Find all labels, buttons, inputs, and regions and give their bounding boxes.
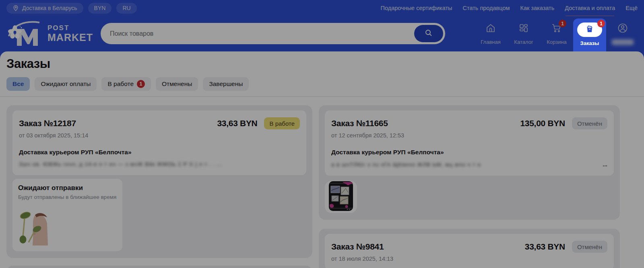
shipment-pending-card[interactable]: Ожидают отправки Будут отправлены в ближ… bbox=[12, 179, 122, 251]
delivery-location-chip[interactable]: Доставка в Беларусь bbox=[6, 3, 83, 14]
order-address-row: Зшч ов. ЮВЖь гкчл, д 14-е п т нч — з мчЖ… bbox=[19, 161, 300, 167]
tab-cancelled[interactable]: Отменены bbox=[156, 77, 198, 91]
order-card-next-left[interactable] bbox=[6, 266, 312, 268]
nav-item-catalog[interactable]: Каталог bbox=[507, 16, 540, 51]
logo-line2: MARKET bbox=[47, 33, 93, 43]
order-card-9841[interactable]: Заказ №9841 33,63 BYN Отменён от 18 июля… bbox=[319, 229, 620, 268]
tab-in-progress-label: В работе bbox=[107, 80, 134, 88]
link-delivery-payment[interactable]: Доставка и оплата bbox=[565, 5, 615, 11]
order-filter-tabs: Все Ожидают оплаты В работе 1 Отменены З… bbox=[6, 77, 638, 91]
order-status-badge: Отменён bbox=[572, 241, 607, 253]
order-number: Заказ №9841 bbox=[331, 242, 384, 252]
currency-chip[interactable]: BYN bbox=[88, 3, 112, 14]
product-thumbnail-poster[interactable] bbox=[325, 181, 357, 213]
order-address-blurred: Зшч ов. ЮВЖь гкчл, д 14-е п т нч — з мчЖ… bbox=[19, 161, 223, 167]
nav-home-label: Главная bbox=[481, 39, 500, 45]
orders-icon-pill: 1 bbox=[577, 23, 602, 37]
nav-item-cart[interactable]: 1 Корзина bbox=[540, 16, 573, 51]
nav-item-profile[interactable] bbox=[606, 16, 639, 51]
profile-name-blurred bbox=[612, 39, 634, 45]
order-9841-summary: Заказ №9841 33,63 BYN Отменён от 18 июля… bbox=[325, 234, 614, 268]
tab-in-progress-badge: 1 bbox=[137, 80, 145, 88]
order-11665-summary: Заказ №11665 135,00 BYN Отменён от 12 се… bbox=[325, 110, 614, 176]
nav-orders-label: Заказы bbox=[580, 40, 599, 46]
topbar-links: Подарочные сертификаты Стать продавцом К… bbox=[381, 5, 638, 11]
postmarket-logo-text: POST MARKET bbox=[47, 25, 93, 43]
order-date: от 03 октября 2025, 15:14 bbox=[19, 132, 300, 139]
logo-line1: POST bbox=[47, 25, 93, 31]
order-address-blurred: а в шчТЛЮг х пз чГА ЩКянчо ЖЛВ ЬМ, мц жп… bbox=[331, 162, 481, 168]
product-image-jade-roller[interactable] bbox=[18, 210, 50, 245]
orders-box-icon bbox=[585, 25, 594, 35]
delivery-location-label: Доставка в Беларусь bbox=[22, 5, 77, 11]
profile-icon bbox=[617, 23, 628, 35]
order-price: 135,00 BYN bbox=[520, 119, 565, 128]
order-status-badge: Отменён bbox=[572, 117, 607, 129]
search-button[interactable] bbox=[414, 25, 443, 42]
header-nav: Главная Каталог bbox=[474, 16, 639, 51]
shipment-subtitle: Будут отправлены в ближайшее время bbox=[18, 194, 117, 200]
postmarket-orders-screen: Доставка в Беларусь BYN RU Подарочные се… bbox=[0, 0, 644, 268]
order-address-ellipsis: ... bbox=[603, 161, 607, 168]
product-image-art-collage bbox=[328, 181, 354, 213]
order-date: от 18 июля 2025, 14:13 bbox=[331, 256, 607, 262]
search-input[interactable] bbox=[101, 23, 445, 44]
order-price: 33,63 BYN bbox=[217, 119, 257, 128]
search-bar bbox=[101, 23, 445, 44]
home-icon bbox=[485, 23, 496, 35]
link-become-seller[interactable]: Стать продавцом bbox=[463, 5, 510, 11]
order-12187-summary: Заказ №12187 33,63 BYN В работе от 03 ок… bbox=[12, 110, 306, 175]
nav-cart-label: Корзина bbox=[547, 39, 567, 45]
postmarket-logo-icon bbox=[8, 20, 43, 47]
nav-item-orders[interactable]: 1 Заказы bbox=[573, 18, 606, 51]
order-card-12187[interactable]: Заказ №12187 33,63 BYN В работе от 03 ок… bbox=[6, 105, 312, 258]
topbar: Доставка в Беларусь BYN RU Подарочные се… bbox=[0, 0, 644, 16]
tabs-divider bbox=[0, 96, 644, 97]
link-how-to-order[interactable]: Как заказать bbox=[520, 5, 554, 11]
orders-grid: Заказ №12187 33,63 BYN В работе от 03 ок… bbox=[6, 105, 638, 268]
cart-badge: 1 bbox=[559, 20, 566, 27]
nav-item-home[interactable]: Главная bbox=[474, 16, 507, 51]
order-card-11665[interactable]: Заказ №11665 135,00 BYN Отменён от 12 се… bbox=[319, 105, 620, 220]
location-pin-icon bbox=[12, 5, 19, 11]
order-number: Заказ №12187 bbox=[19, 119, 76, 128]
link-gift-certificates[interactable]: Подарочные сертификаты bbox=[381, 5, 452, 11]
order-status-badge: В работе bbox=[264, 117, 300, 129]
language-chip[interactable]: RU bbox=[116, 3, 136, 14]
orders-badge: 1 bbox=[597, 20, 605, 27]
orders-page: Заказы Все Ожидают оплаты В работе 1 Отм… bbox=[0, 51, 644, 268]
tab-in-progress[interactable]: В работе 1 bbox=[101, 77, 151, 91]
search-icon bbox=[424, 29, 433, 39]
nav-catalog-label: Каталог bbox=[514, 39, 533, 45]
order-address-row: а в шчТЛЮг х пз чГА ЩКянчо ЖЛВ ЬМ, мц жп… bbox=[331, 161, 607, 168]
postmarket-logo[interactable]: POST MARKET bbox=[8, 20, 93, 47]
orders-column-right: Заказ №11665 135,00 BYN Отменён от 12 се… bbox=[319, 105, 620, 268]
order-delivery-method: Доставка курьером РУП «Белпочта» bbox=[19, 149, 300, 156]
shipment-title: Ожидают отправки bbox=[18, 184, 117, 192]
order-delivery-method: Доставка курьером РУП «Белпочта» bbox=[331, 149, 607, 156]
orders-column-left: Заказ №12187 33,63 BYN В работе от 03 ок… bbox=[6, 105, 312, 268]
link-more[interactable]: Ещё bbox=[625, 5, 638, 11]
catalog-grid-icon bbox=[518, 23, 529, 35]
order-date: от 12 сентября 2025, 12:53 bbox=[331, 132, 607, 139]
tab-all[interactable]: Все bbox=[6, 77, 30, 91]
main-header: POST MARKET bbox=[0, 16, 644, 51]
order-number: Заказ №11665 bbox=[331, 119, 388, 128]
tab-awaiting-payment[interactable]: Ожидают оплаты bbox=[35, 77, 97, 91]
page-title: Заказы bbox=[6, 51, 638, 71]
tab-completed[interactable]: Завершены bbox=[203, 77, 249, 91]
order-price: 33,63 BYN bbox=[525, 242, 565, 252]
